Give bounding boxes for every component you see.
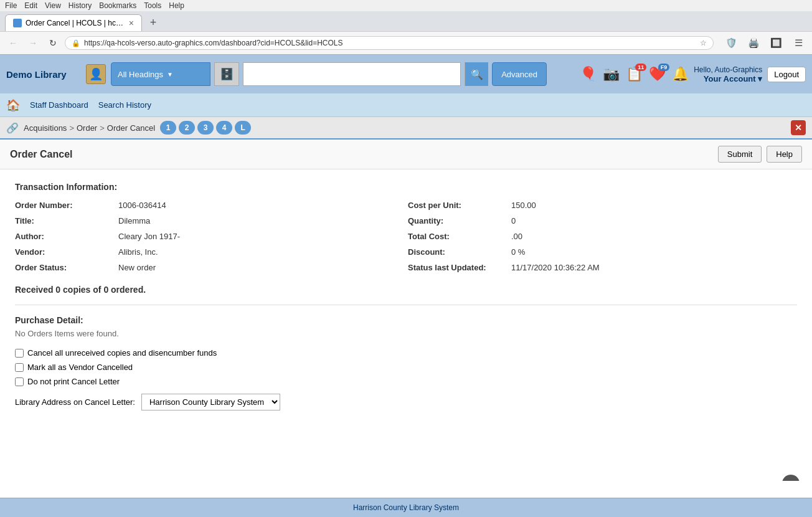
- breadcrumb-bar: 🔗 Acquisitions > Order > Order Cancel 1 …: [0, 117, 812, 140]
- order-number-label: Order Number:: [15, 201, 115, 210]
- breadcrumb-acquisitions[interactable]: Acquisitions: [24, 123, 67, 133]
- bell-icon-wrap[interactable]: 🔔: [672, 66, 689, 82]
- browser-toolbar-icons: 🛡️ 🖨️ 🔲 ☰: [722, 34, 807, 52]
- content-wrapper: Transaction Information: Order Number: 1…: [0, 169, 812, 481]
- menu-view[interactable]: View: [45, 1, 61, 10]
- step-l-button[interactable]: L: [235, 121, 251, 135]
- quantity-label: Quantity:: [408, 216, 507, 225]
- logout-button[interactable]: Logout: [767, 67, 806, 82]
- print-button[interactable]: 🖨️: [745, 34, 762, 52]
- extensions-button[interactable]: 🛡️: [722, 34, 740, 52]
- menu-edit[interactable]: Edit: [24, 1, 37, 10]
- status-updated-label: Status last Updated:: [408, 263, 507, 272]
- title-label: Title:: [15, 216, 115, 225]
- profile-icon[interactable]: 👤: [86, 64, 106, 84]
- url-text: https://qa-hcols-verso.auto-graphics.com…: [84, 39, 696, 47]
- menu-history[interactable]: History: [68, 1, 92, 10]
- balloon-icon-wrap[interactable]: 🎈: [580, 66, 597, 82]
- balloon-icon: 🎈: [580, 66, 597, 82]
- cost-per-unit-label: Cost per Unit:: [408, 201, 507, 210]
- title-value: Dilemma: [118, 216, 404, 225]
- advanced-search-button[interactable]: Advanced: [492, 62, 547, 86]
- page-actions: Submit Help: [718, 146, 802, 163]
- copies-text: Received 0 copies of 0 ordered.: [15, 285, 797, 295]
- help-button[interactable]: Help: [767, 146, 802, 163]
- search-input[interactable]: [243, 69, 460, 79]
- refresh-button[interactable]: ↻: [45, 35, 61, 51]
- list-icon-wrap[interactable]: 📋 11: [626, 66, 643, 82]
- menu-bookmarks[interactable]: Bookmarks: [99, 1, 136, 10]
- search-type-label: All Headings: [118, 70, 163, 79]
- transaction-section-title: Transaction Information:: [15, 182, 797, 192]
- step-1-button[interactable]: 1: [160, 121, 176, 135]
- address-bar: ← → ↻ 🔒 https://qa-hcols-verso.auto-grap…: [0, 31, 812, 54]
- cost-per-unit-value: 150.00: [511, 201, 797, 210]
- no-cancel-letter-checkbox[interactable]: [15, 377, 24, 386]
- menu-button[interactable]: ☰: [790, 34, 807, 52]
- step-2-button[interactable]: 2: [179, 121, 195, 135]
- breadcrumb-order[interactable]: Order: [77, 123, 97, 133]
- content-area: Transaction Information: Order Number: 1…: [0, 169, 812, 423]
- database-icon[interactable]: 🗄️: [214, 62, 239, 86]
- back-arrow-button[interactable]: ‹: [782, 475, 800, 481]
- vendor-cancelled-checkbox[interactable]: [15, 363, 24, 372]
- lock-icon: 🔒: [72, 39, 80, 47]
- tab-bar: Order Cancel | HCOLS | hcols | … × +: [0, 11, 812, 31]
- bookmark-icon[interactable]: ☆: [700, 39, 707, 47]
- back-button[interactable]: ←: [5, 35, 21, 51]
- total-cost-label: Total Cost:: [408, 232, 507, 241]
- user-greeting: Hello, Auto-Graphics: [694, 65, 762, 74]
- step-4-button[interactable]: 4: [216, 121, 232, 135]
- user-section: Hello, Auto-Graphics Your Account ▾ Logo…: [694, 65, 806, 83]
- tab-close-button[interactable]: ×: [129, 19, 134, 27]
- heart-icon-wrap[interactable]: ❤️ F9: [649, 66, 666, 82]
- chevron-down-icon: ▼: [167, 71, 173, 78]
- new-tab-button[interactable]: +: [144, 14, 162, 31]
- vendor-label: Vendor:: [15, 247, 115, 257]
- vendor-value: Alibris, Inc.: [118, 247, 404, 257]
- url-bar[interactable]: 🔒 https://qa-hcols-verso.auto-graphics.c…: [65, 36, 714, 50]
- order-status-value: New order: [118, 263, 404, 272]
- menu-tools[interactable]: Tools: [144, 1, 161, 10]
- total-cost-value: .00: [511, 232, 797, 241]
- cancel-copies-checkbox[interactable]: [15, 349, 24, 358]
- list-badge: 11: [635, 64, 646, 71]
- discount-label: Discount:: [408, 247, 507, 257]
- search-button[interactable]: 🔍: [465, 62, 488, 86]
- active-tab[interactable]: Order Cancel | HCOLS | hcols | … ×: [5, 14, 142, 31]
- header-icons: 🎈 📷 📋 11 ❤️ F9 🔔: [580, 66, 689, 82]
- nav-bar: 🏠 Staff Dashboard Search History: [0, 93, 812, 117]
- home-icon[interactable]: 🏠: [6, 98, 20, 112]
- order-status-label: Order Status:: [15, 263, 115, 272]
- menu-file[interactable]: File: [5, 1, 17, 10]
- extension-icon[interactable]: 🔲: [767, 34, 785, 52]
- checkbox-row-2: Mark all as Vendor Cancelled: [15, 363, 797, 372]
- search-type-dropdown[interactable]: All Headings ▼: [111, 62, 210, 86]
- heart-badge: F9: [658, 64, 670, 71]
- camera-icon-wrap[interactable]: 📷: [603, 66, 620, 82]
- bell-icon: 🔔: [672, 66, 689, 82]
- forward-button[interactable]: →: [25, 35, 41, 51]
- discount-value: 0 %: [511, 247, 797, 257]
- checkbox-row-1: Cancel all unreceived copies and disencu…: [15, 348, 797, 358]
- step-3-button[interactable]: 3: [197, 121, 214, 135]
- user-account-link[interactable]: Your Account ▾: [694, 74, 762, 83]
- no-cancel-letter-label: Do not print Cancel Letter: [27, 377, 120, 386]
- breadcrumb-steps: 1 2 3 4 L: [160, 121, 251, 135]
- app-logo: Demo Library: [6, 69, 81, 80]
- submit-button[interactable]: Submit: [718, 146, 762, 163]
- breadcrumb-sep-1: >: [69, 123, 74, 133]
- search-history-link[interactable]: Search History: [98, 100, 151, 110]
- author-label: Author:: [15, 232, 115, 241]
- search-input-wrap: [243, 62, 461, 86]
- page-title: Order Cancel: [10, 149, 72, 160]
- breadcrumb-order-cancel: Order Cancel: [107, 123, 155, 133]
- breadcrumb-sep-2: >: [100, 123, 105, 133]
- library-address-select[interactable]: Harrison County Library System: [141, 394, 280, 410]
- staff-dashboard-link[interactable]: Staff Dashboard: [30, 100, 88, 110]
- transaction-info-grid: Order Number: 1006-036414 Cost per Unit:…: [15, 201, 797, 272]
- search-bar-container: All Headings ▼ 🗄️ 🔍 Advanced: [111, 62, 547, 86]
- status-updated-value: 11/17/2020 10:36:22 AM: [511, 263, 797, 272]
- close-button[interactable]: ✕: [791, 120, 806, 135]
- menu-help[interactable]: Help: [169, 1, 184, 10]
